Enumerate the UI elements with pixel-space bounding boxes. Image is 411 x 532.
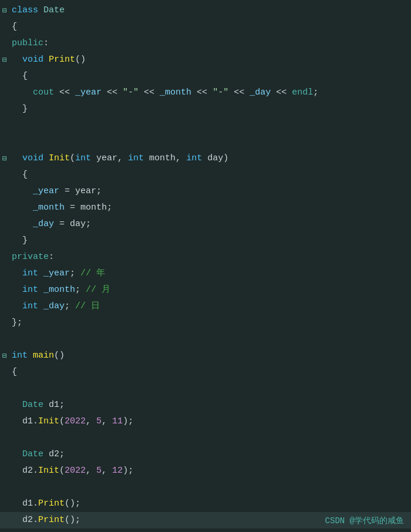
token: );: [123, 416, 133, 426]
token: };: [12, 318, 22, 328]
token: <<: [271, 87, 292, 97]
line-gutter: ⊟: [0, 55, 11, 65]
token: int: [75, 153, 91, 163]
code-line: d2.Init(2022, 5, 12);: [0, 463, 411, 479]
code-line: };: [0, 315, 411, 331]
token: month,: [144, 153, 186, 163]
token: {: [12, 367, 17, 377]
token: = year;: [59, 186, 102, 196]
token: int: [186, 153, 202, 163]
code-line: {: [0, 167, 411, 183]
code-tokens: _day = day;: [32, 217, 411, 232]
code-tokens: public:: [11, 36, 411, 51]
token: = month;: [65, 203, 112, 213]
token: (): [75, 55, 86, 65]
token: }: [22, 104, 28, 114]
token: [38, 268, 43, 278]
code-line: _day = day;: [0, 216, 411, 233]
code-line: d1.Print();: [0, 496, 411, 512]
code-tokens: [21, 118, 411, 133]
fold-icon[interactable]: ⊟: [2, 55, 7, 65]
code-tokens: int _year; // 年: [21, 266, 411, 281]
token: int: [22, 285, 38, 295]
token: void: [22, 153, 43, 163]
code-line: }: [0, 101, 411, 117]
token: _month: [33, 203, 65, 213]
code-line: _month = month;: [0, 200, 411, 216]
code-line: ⊟int main(): [0, 348, 411, 364]
token: Init: [38, 416, 59, 426]
code-tokens: [21, 430, 411, 446]
token: int: [128, 153, 144, 163]
code-tokens: int _month; // 月: [21, 282, 411, 298]
token: {: [22, 170, 28, 180]
token: int: [22, 301, 38, 311]
token: ,: [86, 416, 96, 426]
code-tokens: [11, 332, 411, 347]
token: // 日: [75, 301, 100, 311]
code-tokens: cout << _year << "-" << _month << "-" <<…: [32, 85, 411, 100]
token: (: [70, 153, 75, 163]
token: public: [12, 38, 43, 48]
token: "-": [123, 87, 139, 97]
token: );: [123, 466, 133, 476]
token: <<: [102, 87, 123, 97]
token: ,: [102, 466, 112, 476]
token: 5: [96, 466, 102, 476]
token: // 月: [86, 285, 110, 295]
token: [38, 285, 43, 295]
token: day): [202, 153, 228, 163]
token: Print: [38, 499, 65, 509]
token: _year: [33, 186, 59, 196]
token: (: [59, 416, 65, 426]
token: [28, 351, 33, 361]
code-line: private:: [0, 249, 411, 265]
fold-icon[interactable]: ⊟: [2, 351, 7, 361]
token: endl: [292, 87, 313, 97]
code-line: cout << _year << "-" << _month << "-" <<…: [0, 85, 411, 101]
fold-icon[interactable]: ⊟: [2, 154, 7, 163]
code-tokens: }: [21, 233, 411, 248]
code-line: [0, 117, 411, 134]
token: "-": [213, 87, 228, 97]
token: main: [33, 351, 54, 361]
code-tokens: d2.Init(2022, 5, 12);: [21, 463, 411, 479]
token: _day: [250, 87, 271, 97]
token: [43, 153, 49, 163]
token: :: [49, 252, 54, 262]
token: 2022: [65, 416, 86, 426]
token: {: [22, 71, 28, 81]
token: <<: [228, 87, 250, 97]
token: Print: [49, 55, 75, 65]
token: _year: [43, 268, 70, 278]
code-tokens: d1.Init(2022, 5, 11);: [21, 414, 411, 429]
code-line: _year = year;: [0, 183, 411, 200]
code-tokens: [21, 480, 411, 495]
token: Print: [38, 515, 65, 525]
token: 11: [112, 416, 123, 426]
token: d1.: [22, 499, 38, 509]
code-line: [0, 528, 411, 532]
code-tokens: int _day; // 日: [21, 299, 411, 314]
token: (): [54, 351, 65, 361]
token: (: [59, 466, 65, 476]
code-line: Date d1;: [0, 397, 411, 413]
token: Date: [43, 5, 65, 15]
code-line: d1.Init(2022, 5, 11);: [0, 413, 411, 430]
token: cout: [33, 87, 54, 97]
token: d2;: [43, 449, 65, 459]
token: ,: [102, 416, 112, 426]
token: <<: [139, 87, 160, 97]
code-line: }: [0, 233, 411, 249]
token: Init: [38, 466, 59, 476]
token: int: [22, 268, 38, 278]
token: d2.: [22, 466, 38, 476]
token: = day;: [54, 219, 91, 229]
token: private: [12, 252, 49, 262]
fold-icon[interactable]: ⊟: [2, 6, 7, 15]
code-tokens: {: [21, 69, 411, 84]
token: [38, 5, 43, 15]
watermark: CSDN @学代码的咸鱼: [325, 516, 404, 526]
code-line: {: [0, 364, 411, 381]
token: }: [22, 235, 28, 245]
